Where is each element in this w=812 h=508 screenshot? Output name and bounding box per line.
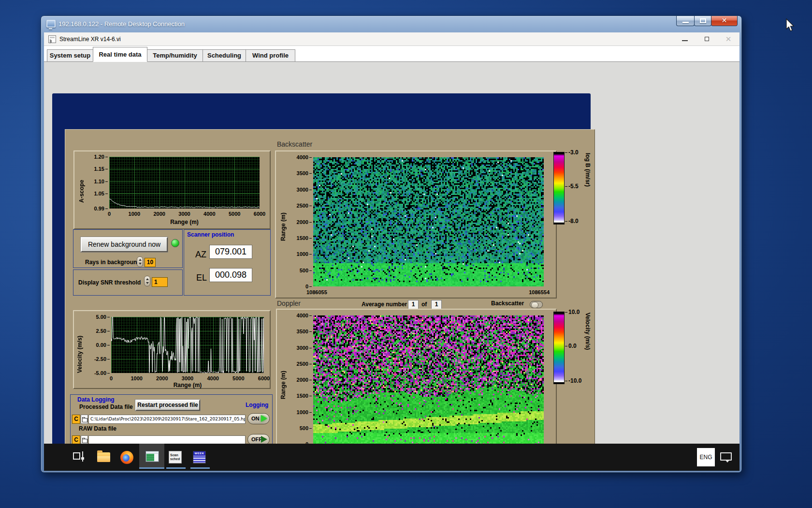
week-schedule-icon[interactable]: WEEK	[193, 451, 206, 463]
axis-tick-label: 6000	[258, 375, 270, 381]
average-number-input[interactable]: 1	[408, 300, 419, 309]
rdp-window: 192.168.0.122 - Remote Desktop Connectio…	[41, 15, 742, 473]
axis-tick-label: 1086055	[306, 289, 327, 295]
remote-desktop-client: StreamLine XR v14-6.vi ✕ System setup Re…	[44, 32, 740, 471]
backscatter-heatmap	[313, 157, 544, 286]
file-explorer-icon[interactable]	[97, 452, 110, 462]
doppler-section-title: Doppler	[277, 299, 301, 307]
backscatter-colorbar: -3.0 -5.5 -8.0 log B (/m/sr)	[553, 149, 598, 231]
axis-tick-label: 4000	[276, 154, 308, 160]
snr-spinner[interactable]	[144, 276, 150, 286]
velocity-x-axis-label: Range (m)	[111, 382, 264, 388]
processed-logging-toggle[interactable]: ON	[247, 413, 270, 424]
axis-tick-label: 1000	[129, 211, 140, 217]
colorbar-tick-bottom: -8.0	[568, 218, 579, 224]
ascope-plot	[109, 157, 260, 209]
app-close-button[interactable]: ✕	[722, 34, 735, 44]
tab-real-time-data[interactable]: Real time data	[93, 47, 147, 62]
tab-wind-profile[interactable]: Wind profile	[246, 49, 295, 62]
tab-temp-humidity[interactable]: Temp/humidity	[147, 49, 203, 62]
doppler-chart-group: Range (m) 400035003000250020001500100050…	[276, 309, 557, 455]
close-icon: ✕	[725, 35, 732, 43]
az-value: 079.001	[209, 245, 252, 259]
axis-tick-label: 2000	[153, 211, 165, 217]
renew-background-button[interactable]: Renew background now	[81, 237, 168, 252]
minimize-icon	[682, 40, 688, 41]
axis-tick-label: 3000	[182, 375, 193, 381]
colorbar-tick-mid: 0.0	[568, 343, 577, 349]
running-indicator	[190, 467, 210, 469]
axis-tick-label: 6000	[254, 211, 265, 217]
scan-scheduler-icon[interactable]: Scan sched	[169, 451, 182, 463]
rdp-minimize-button[interactable]	[676, 16, 695, 26]
axis-tick-label: 1000	[277, 409, 308, 415]
doppler-colorbar: 10.0 0.0 -10.0 Velocity (m/s)	[553, 309, 598, 391]
rdp-close-button[interactable]: ✕	[711, 16, 738, 26]
app-restore-button[interactable]	[700, 34, 713, 44]
colorbar-tick-mid: -5.5	[568, 183, 579, 190]
tab-system-setup[interactable]: System setup	[47, 49, 93, 62]
axis-tick-label: 0	[276, 284, 308, 289]
snr-value-input[interactable]: 1	[152, 277, 168, 287]
remote-desktop-icon	[46, 20, 56, 28]
minimize-icon	[682, 22, 689, 23]
colorbar-tick-bottom: -10.0	[568, 377, 581, 384]
axis-tick-label: 0	[110, 375, 113, 381]
restart-processed-file-button[interactable]: Restart processed file	[135, 400, 200, 411]
axis-tick-label: 1.05	[74, 191, 104, 196]
scanner-position-title: Scanner position	[187, 231, 234, 238]
axis-tick-label: 0	[108, 211, 111, 217]
processed-drive-select[interactable]: C	[72, 415, 80, 424]
rdp-titlebar[interactable]: 192.168.0.122 - Remote Desktop Connectio…	[41, 16, 741, 32]
display-snr-threshold-label: Display SNR threshold	[78, 279, 141, 286]
axis-tick-label: 0.99	[74, 206, 104, 211]
doppler-heatmap	[313, 315, 544, 444]
task-view-icon[interactable]	[73, 451, 85, 462]
axis-tick-label: 3000	[277, 345, 308, 351]
rays-value-input[interactable]: 10	[145, 258, 156, 267]
data-logging-box: Data Logging Processed Data file Restart…	[70, 394, 273, 447]
ascope-chart-group: A-scope Range (m) 1.201.151.101.050.9901…	[73, 150, 271, 229]
colorbar-tick-top: 10.0	[568, 309, 580, 315]
az-label: AZ	[195, 250, 206, 260]
close-icon: ✕	[711, 16, 737, 24]
processed-path-field[interactable]: C:\Lidar\Data\Proc\2023\202309\20230917\…	[88, 415, 246, 424]
data-logging-title: Data Logging	[77, 396, 115, 403]
processed-browse-button[interactable]	[81, 415, 88, 424]
restore-icon	[705, 37, 709, 41]
velocity-plot	[111, 317, 264, 373]
language-button[interactable]: ENG	[697, 448, 715, 466]
main-frame: A-scope Range (m) 1.201.151.101.050.9901…	[52, 93, 591, 450]
axis-tick-label: 4000	[203, 211, 215, 217]
axis-tick-label: 1.15	[74, 166, 104, 172]
axis-tick-label: 2500	[276, 203, 308, 209]
axis-tick-label: 1086554	[529, 289, 550, 295]
action-center-icon[interactable]	[720, 452, 732, 461]
rays-spinner[interactable]	[137, 256, 143, 267]
axis-tick-label: 5000	[229, 211, 240, 217]
toggle-off-lens-icon	[261, 436, 267, 443]
ascope-x-axis-label: Range (m)	[109, 219, 260, 225]
axis-tick-label: 1000	[276, 251, 308, 257]
axis-tick-label: 1.20	[74, 154, 104, 160]
front-panel: A-scope Range (m) 1.201.151.101.050.9901…	[65, 129, 595, 471]
colorbar-gradient	[553, 312, 565, 384]
scanner-position-box: Scanner position AZ 079.001 EL 000.098	[184, 229, 271, 296]
firefox-icon[interactable]	[120, 451, 133, 464]
maximize-icon	[700, 18, 706, 23]
axis-tick-label: 3000	[276, 187, 308, 193]
app-content: A-scope Range (m) 1.201.151.101.050.9901…	[44, 62, 740, 444]
tab-scheduling[interactable]: Scheduling	[203, 49, 246, 62]
streamline-app-icon[interactable]	[145, 451, 159, 462]
colorbar-tick-top: -3.0	[568, 149, 579, 156]
on-label: ON	[251, 416, 260, 421]
rdp-maximize-button[interactable]	[694, 16, 711, 26]
backscatter-display-toggle[interactable]	[530, 301, 543, 308]
app-minimize-button[interactable]	[679, 34, 691, 44]
app-titlebar[interactable]: StreamLine XR v14-6.vi ✕	[44, 32, 740, 46]
average-total-input[interactable]: 1	[431, 300, 442, 309]
of-label: of	[421, 301, 427, 308]
raw-data-file-label: RAW Data file	[79, 425, 116, 432]
axis-tick-label: -5.00	[74, 370, 106, 376]
toggle-on-lens-icon	[261, 415, 267, 422]
